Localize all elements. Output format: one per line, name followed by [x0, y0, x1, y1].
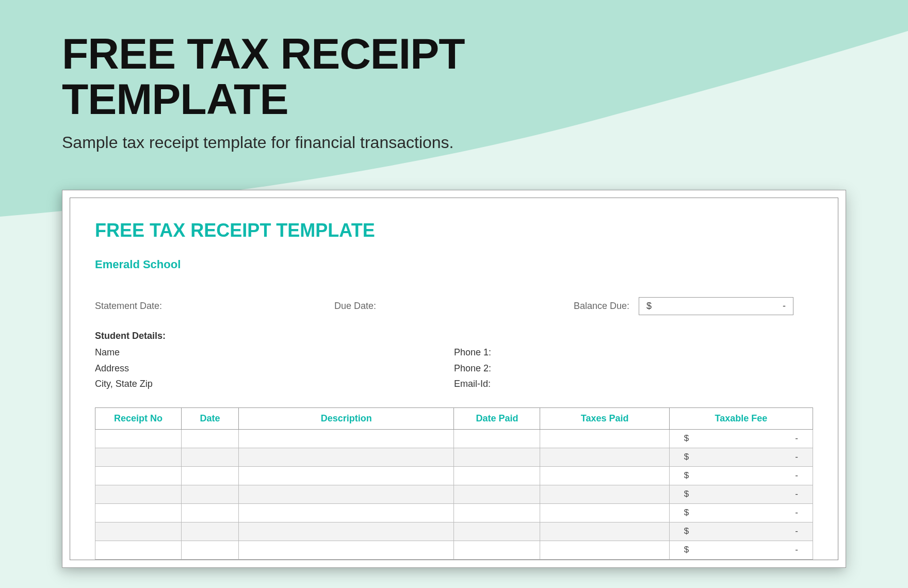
- balance-due-label: Balance Due:: [574, 301, 629, 312]
- address-label: Address: [95, 361, 454, 377]
- table-cell: [454, 503, 540, 522]
- fee-currency: $: [684, 489, 689, 499]
- fee-value: -: [795, 508, 798, 518]
- phone1-label: Phone 1:: [454, 345, 813, 361]
- fee-value: -: [795, 470, 798, 481]
- table-cell: [239, 503, 454, 522]
- fee-currency: $: [684, 452, 689, 462]
- table-cell: [95, 466, 182, 485]
- balance-due-box: $ -: [639, 297, 793, 315]
- taxable-fee-cell: $-: [669, 541, 813, 559]
- table-cell: [540, 522, 669, 541]
- balance-currency: $: [646, 301, 652, 312]
- table-cell: [540, 448, 669, 466]
- table-cell: [181, 503, 238, 522]
- school-name: Emerald School: [95, 258, 813, 271]
- promo-header: FREE TAX RECEIPT TEMPLATE Sample tax rec…: [0, 0, 908, 174]
- table-cell: [540, 503, 669, 522]
- table-cell: [181, 466, 238, 485]
- table-cell: [95, 448, 182, 466]
- table-cell: [454, 541, 540, 559]
- table-cell: [239, 466, 454, 485]
- table-header-row: Receipt No Date Description Date Paid Ta…: [95, 407, 813, 429]
- table-cell: [454, 429, 540, 448]
- table-cell: [95, 485, 182, 503]
- table-row: $-: [95, 448, 813, 466]
- table-cell: [95, 503, 182, 522]
- table-row: $-: [95, 541, 813, 559]
- statement-info-row: Statement Date: Due Date: Balance Due: $…: [95, 297, 813, 315]
- fee-currency: $: [684, 545, 689, 555]
- document-inner: FREE TAX RECEIPT TEMPLATE Emerald School…: [70, 198, 838, 560]
- table-cell: [239, 522, 454, 541]
- th-date-paid: Date Paid: [454, 407, 540, 429]
- balance-due-group: Balance Due: $ -: [574, 297, 813, 315]
- table-cell: [95, 429, 182, 448]
- subtitle: Sample tax receipt template for financia…: [62, 132, 526, 154]
- name-label: Name: [95, 345, 454, 361]
- city-state-zip-label: City, State Zip: [95, 376, 454, 392]
- th-taxes-paid: Taxes Paid: [540, 407, 669, 429]
- table-row: $-: [95, 522, 813, 541]
- table-cell: [95, 522, 182, 541]
- document-preview: FREE TAX RECEIPT TEMPLATE Emerald School…: [62, 190, 846, 568]
- table-cell: [181, 485, 238, 503]
- table-cell: [454, 448, 540, 466]
- fee-value: -: [795, 452, 798, 462]
- fee-value: -: [795, 433, 798, 444]
- receipt-table: Receipt No Date Description Date Paid Ta…: [95, 407, 813, 560]
- email-label: Email-Id:: [454, 376, 813, 392]
- th-taxable-fee: Taxable Fee: [669, 407, 813, 429]
- fee-value: -: [795, 526, 798, 536]
- table-row: $-: [95, 429, 813, 448]
- table-cell: [181, 541, 238, 559]
- details-col-right: Phone 1: Phone 2: Email-Id:: [454, 345, 813, 392]
- table-cell: [181, 429, 238, 448]
- taxable-fee-cell: $-: [669, 429, 813, 448]
- table-cell: [540, 541, 669, 559]
- balance-value: -: [783, 301, 786, 312]
- table-cell: [181, 448, 238, 466]
- table-cell: [239, 448, 454, 466]
- taxable-fee-cell: $-: [669, 466, 813, 485]
- taxable-fee-cell: $-: [669, 503, 813, 522]
- title-line-2: TEMPLATE: [62, 75, 288, 123]
- table-cell: [454, 466, 540, 485]
- details-col-left: Name Address City, State Zip: [95, 345, 454, 392]
- table-row: $-: [95, 485, 813, 503]
- title-line-1: FREE TAX RECEIPT: [62, 29, 465, 78]
- table-cell: [239, 429, 454, 448]
- fee-currency: $: [684, 526, 689, 536]
- table-cell: [181, 522, 238, 541]
- phone2-label: Phone 2:: [454, 361, 813, 377]
- th-receipt-no: Receipt No: [95, 407, 182, 429]
- table-cell: [239, 541, 454, 559]
- main-title: FREE TAX RECEIPT TEMPLATE: [62, 31, 846, 122]
- student-details-grid: Name Address City, State Zip Phone 1: Ph…: [95, 345, 813, 392]
- table-cell: [540, 466, 669, 485]
- due-date-label: Due Date:: [334, 301, 574, 312]
- fee-currency: $: [684, 508, 689, 518]
- fee-value: -: [795, 545, 798, 555]
- table-row: $-: [95, 503, 813, 522]
- table-cell: [239, 485, 454, 503]
- table-cell: [540, 429, 669, 448]
- taxable-fee-cell: $-: [669, 522, 813, 541]
- taxable-fee-cell: $-: [669, 448, 813, 466]
- table-cell: [454, 485, 540, 503]
- statement-date-label: Statement Date:: [95, 301, 334, 312]
- taxable-fee-cell: $-: [669, 485, 813, 503]
- student-details-heading: Student Details:: [95, 331, 813, 341]
- fee-currency: $: [684, 433, 689, 444]
- table-cell: [540, 485, 669, 503]
- fee-value: -: [795, 489, 798, 499]
- th-description: Description: [239, 407, 454, 429]
- table-row: $-: [95, 466, 813, 485]
- fee-currency: $: [684, 470, 689, 481]
- th-date: Date: [181, 407, 238, 429]
- document-title: FREE TAX RECEIPT TEMPLATE: [95, 220, 813, 241]
- table-cell: [454, 522, 540, 541]
- table-cell: [95, 541, 182, 559]
